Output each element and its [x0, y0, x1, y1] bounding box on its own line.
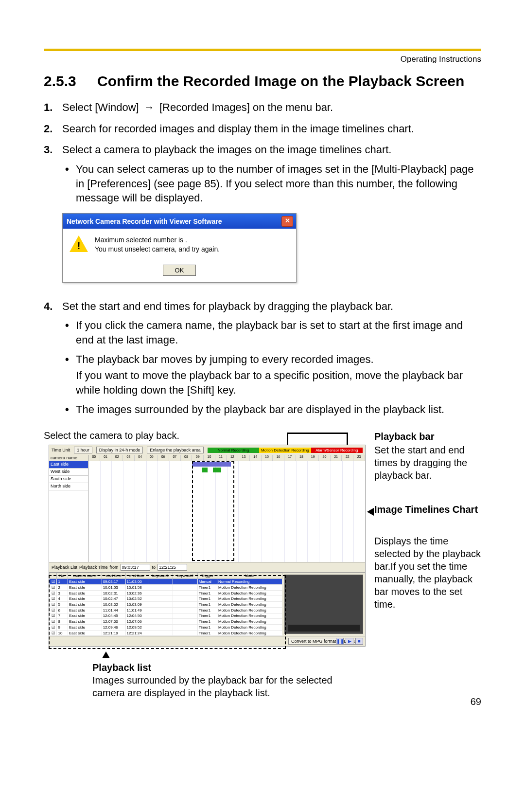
callout-playback-list: Playback list [92, 661, 365, 674]
playback-to-input[interactable] [158, 564, 187, 571]
enlarge-button[interactable]: Enlarge the playback area [147, 447, 204, 453]
step-1: 1. Select [Window] → [Recorded Images] o… [44, 100, 481, 115]
callout-timelines: Image Timelines Chart [374, 503, 486, 516]
playback-bar[interactable] [192, 461, 234, 561]
table-row[interactable]: ☑2East side10:01:5310:01:58Timer1Motion … [50, 585, 282, 591]
arrow-left-icon [367, 508, 374, 516]
camera-row[interactable]: North side [49, 483, 88, 490]
display-24h-button[interactable]: Display in 24-h mode [96, 447, 143, 453]
time-unit-label: Time Unit [52, 448, 70, 452]
arrow-icon: → [144, 100, 155, 115]
time-unit-select[interactable]: 1 hour [74, 447, 92, 453]
playback-from-input[interactable] [121, 564, 150, 571]
table-row[interactable]: ☑4East side10:02:4710:02:52Timer1Motion … [50, 596, 282, 602]
image-timelines-chart[interactable]: camera name East side West side South si… [49, 455, 365, 562]
table-row[interactable]: ☑8East side12:07:0012:07:06Timer1Motion … [50, 619, 282, 625]
page-number: 69 [471, 696, 481, 707]
table-row[interactable]: ☑7East side12:04:4512:04:50Timer1Motion … [50, 613, 282, 619]
callout-playback-bar: Playback bar [374, 430, 486, 443]
convert-select[interactable]: Convert to MPG format [288, 638, 339, 645]
dialog-title: Network Camera Recorder with Viewer Soft… [67, 217, 222, 226]
playback-time-label: Playback Time [79, 565, 108, 570]
close-icon[interactable]: ✕ [281, 216, 293, 227]
section-title: Confirm the Recorded Image on the Playba… [97, 73, 481, 90]
table-row[interactable]: ☑9East side12:09:4612:09:52Timer1Motion … [50, 624, 282, 630]
step-4: 4. Set the start and end times for playb… [44, 299, 481, 422]
camera-row[interactable]: East side [49, 461, 88, 469]
stop-icon[interactable]: ■ [355, 638, 363, 645]
camera-row[interactable]: West side [49, 469, 88, 476]
running-header: Operating Instructions [401, 54, 481, 64]
table-row[interactable]: ☑5East side10:03:0210:03:09Timer1Motion … [50, 602, 282, 608]
step-3: 3. Select a camera to playback the image… [44, 143, 481, 292]
camera-row[interactable]: South side [49, 476, 88, 483]
table-row[interactable]: ☑3East side10:02:3110:02:36Timer1Motion … [50, 590, 282, 596]
playback-list-table: No.camera namestart timeend timekeyword1… [49, 573, 282, 636]
camera-thumbnail [284, 575, 363, 634]
step-2: 2. Search for recorded images and displa… [44, 122, 481, 136]
warning-dialog: Network Camera Recorder with Viewer Soft… [62, 213, 297, 282]
caption-select-camera: Select the camera to play back. [44, 430, 179, 441]
play-icon[interactable]: ▶ [346, 638, 353, 645]
playback-window: Time Unit 1 hour Display in 24-h mode En… [49, 445, 366, 647]
playback-list-label: Playback List [52, 565, 77, 570]
callout-displays-time: Displays the time selected by the playba… [374, 535, 486, 611]
arrow-up-icon [102, 651, 110, 658]
table-row[interactable]: ☑6East side11:01:4411:01:49Timer1Motion … [50, 607, 282, 613]
accent-rule [44, 49, 481, 51]
pause-icon[interactable]: ❚❚ [336, 638, 344, 645]
section-number: 2.5.3 [44, 73, 97, 90]
warning-icon [70, 235, 88, 252]
table-row[interactable]: ☑1East side09:03:1711:03:00ManualNormal … [50, 579, 282, 585]
step-3-bullet: You can select cameras up to the number … [76, 162, 481, 205]
table-row[interactable]: ☑10East side12:21:1912:21:24Timer1Motion… [50, 630, 282, 636]
ok-button[interactable]: OK [163, 265, 196, 276]
recording-legend: Normal Recording Motion Detection Record… [208, 448, 363, 453]
section-heading: 2.5.3 Confirm the Recorded Image on the … [44, 73, 481, 90]
